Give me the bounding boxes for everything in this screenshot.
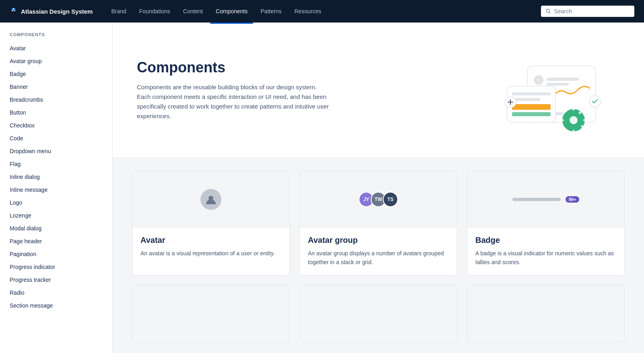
nav-components[interactable]: Components — [210, 6, 253, 17]
card-avatar-title: Avatar — [140, 236, 281, 245]
card-placeholder-3[interactable] — [467, 285, 625, 342]
svg-rect-11 — [512, 112, 551, 116]
svg-rect-18 — [572, 107, 575, 111]
card-badge-preview: 99+ — [467, 171, 624, 228]
sidebar-item-checkbox[interactable]: Checkbox — [0, 119, 112, 132]
sidebar-item-lozenge[interactable]: Lozenge — [0, 209, 112, 222]
search-input[interactable] — [554, 8, 630, 14]
svg-point-15 — [589, 96, 601, 107]
sidebar-item-inline-dialog[interactable]: Inline dialog — [0, 170, 112, 183]
main-content: Components Components are the reusable b… — [113, 23, 644, 353]
top-navigation: Atlassian Design System Brand Foundation… — [0, 0, 644, 23]
card-badge[interactable]: 99+ Badge A badge is a visual indicator … — [467, 171, 625, 275]
sidebar-item-progress-tracker[interactable]: Progress tracker — [0, 273, 112, 286]
card-placeholder-2-preview — [300, 285, 457, 342]
sidebar-item-banner[interactable]: Banner — [0, 80, 112, 93]
sidebar-item-code[interactable]: Code — [0, 132, 112, 145]
card-avatar-body: Avatar An avatar is a visual representat… — [132, 228, 289, 266]
card-badge-desc: A badge is a visual indicator for numeri… — [475, 249, 616, 267]
sidebar-item-modal-dialog[interactable]: Modal dialog — [0, 222, 112, 235]
svg-rect-19 — [572, 130, 575, 133]
card-avatar-desc: An avatar is a visual representation of … — [140, 249, 281, 258]
svg-rect-4 — [547, 83, 569, 86]
avatar-group-display: JY TW TS — [359, 192, 398, 207]
card-avatar-group-body: Avatar group An avatar group displays a … — [300, 228, 457, 275]
nav-foundations[interactable]: Foundations — [134, 6, 176, 17]
sidebar-item-avatar[interactable]: Avatar — [0, 42, 112, 55]
logo-text: Atlassian Design System — [21, 8, 93, 15]
svg-rect-8 — [512, 92, 551, 95]
hero-description: Components are the reusable building blo… — [137, 82, 330, 121]
page-layout: COMPONENTS Avatar Avatar group Badge Ban… — [0, 23, 644, 353]
svg-point-17 — [570, 116, 578, 124]
nav-links: Brand Foundations Content Components Pat… — [105, 6, 541, 17]
nav-patterns[interactable]: Patterns — [255, 6, 287, 17]
sidebar-item-button[interactable]: Button — [0, 106, 112, 119]
badge-bar — [512, 198, 561, 201]
card-placeholder-3-preview — [467, 285, 624, 342]
card-placeholder-2[interactable] — [299, 285, 457, 342]
badge-display: 99+ — [512, 196, 580, 203]
svg-point-2 — [534, 75, 543, 85]
search-bar[interactable] — [541, 6, 634, 17]
sidebar-item-radio[interactable]: Radio — [0, 286, 112, 299]
card-avatar-group-preview: JY TW TS — [300, 171, 457, 228]
nav-content[interactable]: Content — [178, 6, 208, 17]
cards-section: Avatar An avatar is a visual representat… — [113, 158, 644, 353]
card-avatar[interactable]: Avatar An avatar is a visual representat… — [132, 171, 290, 275]
avatar-ts: TS — [383, 192, 398, 207]
sidebar-item-section-message[interactable]: Section message — [0, 299, 112, 312]
card-badge-body: Badge A badge is a visual indicator for … — [467, 228, 624, 275]
hero-section: Components Components are the reusable b… — [113, 23, 644, 158]
sidebar-section-title: COMPONENTS — [0, 32, 112, 42]
hero-illustration — [483, 42, 620, 138]
search-icon — [546, 8, 551, 14]
card-avatar-group-title: Avatar group — [308, 236, 449, 245]
sidebar-item-breadcrumbs[interactable]: Breadcrumbs — [0, 93, 112, 106]
svg-rect-21 — [583, 119, 586, 121]
nav-brand[interactable]: Brand — [105, 6, 132, 17]
card-avatar-group[interactable]: JY TW TS Avatar group An avatar group di… — [299, 171, 457, 275]
sidebar-item-page-header[interactable]: Page header — [0, 235, 112, 248]
sidebar-item-flag[interactable]: Flag — [0, 158, 112, 170]
card-avatar-group-desc: An avatar group displays a number of ava… — [308, 249, 449, 267]
svg-rect-9 — [512, 98, 540, 101]
sidebar: COMPONENTS Avatar Avatar group Badge Ban… — [0, 23, 113, 353]
cards-grid: Avatar An avatar is a visual representat… — [132, 171, 625, 342]
hero-title: Components — [137, 59, 330, 76]
logo[interactable]: Atlassian Design System — [10, 7, 93, 15]
avatar-preview — [200, 189, 221, 210]
card-placeholder-1-preview — [132, 285, 289, 342]
hero-text: Components Components are the reusable b… — [137, 59, 330, 121]
sidebar-item-progress-indicator[interactable]: Progress indicator — [0, 261, 112, 273]
svg-rect-3 — [547, 78, 579, 81]
svg-rect-10 — [512, 104, 551, 110]
sidebar-item-logo[interactable]: Logo — [0, 196, 112, 209]
sidebar-item-pagination[interactable]: Pagination — [0, 248, 112, 261]
card-avatar-preview — [132, 171, 289, 228]
card-placeholder-1[interactable] — [132, 285, 290, 342]
sidebar-item-inline-message[interactable]: Inline message — [0, 183, 112, 196]
nav-resources[interactable]: Resources — [289, 6, 327, 17]
svg-rect-20 — [561, 119, 564, 121]
badge-value: 99+ — [566, 196, 580, 203]
sidebar-item-dropdown-menu[interactable]: Dropdown menu — [0, 145, 112, 158]
sidebar-item-badge[interactable]: Badge — [0, 68, 112, 80]
card-badge-title: Badge — [475, 236, 616, 245]
sidebar-item-avatar-group[interactable]: Avatar group — [0, 55, 112, 68]
